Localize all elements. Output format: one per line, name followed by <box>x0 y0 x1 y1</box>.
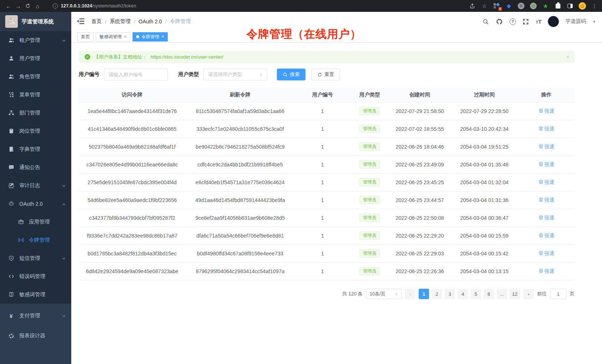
page-button-12[interactable]: 12 <box>510 289 520 299</box>
breadcrumb-system[interactable]: 系统管理 <box>110 18 131 25</box>
browser-forward-icon[interactable]: → <box>13 1 23 11</box>
font-size-icon[interactable]: TT <box>536 19 542 25</box>
active-dot-icon <box>136 35 139 38</box>
next-page-button[interactable]: › <box>523 289 534 299</box>
force-logout-button[interactable]: 强退 <box>539 232 554 239</box>
user-type-cell: 管理员 <box>350 178 389 187</box>
extensions-puzzle-icon[interactable] <box>554 2 562 10</box>
force-logout-button[interactable]: 强退 <box>539 126 554 132</box>
site-info-icon[interactable]: i <box>53 3 58 9</box>
share-icon[interactable] <box>468 2 476 10</box>
profile-avatar-icon[interactable]: ☺ <box>579 2 586 10</box>
address-bar[interactable]: i 127.0.0.1:1024/system/oauth2/token <box>53 3 468 9</box>
browser-home-icon[interactable]: ⌂ <box>33 1 42 11</box>
bookmark-star-icon[interactable]: ☆ <box>481 2 488 10</box>
page-button-3[interactable]: 3 <box>445 289 455 299</box>
sidebar-item-4[interactable]: 部门管理 <box>0 104 71 122</box>
github-icon[interactable] <box>496 18 503 25</box>
extension-with-badge-icon[interactable]: 9 <box>493 2 500 10</box>
role-users-icon <box>8 74 14 80</box>
close-icon[interactable]: × <box>124 34 127 39</box>
user-avatar[interactable] <box>548 16 559 27</box>
force-logout-button[interactable]: 强退 <box>539 268 554 275</box>
user-type-cell: 管理员 <box>350 142 389 151</box>
sidebar-item-9[interactable]: OAuth 2.0 <box>0 195 71 213</box>
alert-close-icon[interactable]: × <box>566 54 569 60</box>
page-size-select[interactable]: 10条/页 ∨ <box>366 289 402 299</box>
sidebar-item-14[interactable]: 敏感词管理 <box>0 285 71 304</box>
sidebar-collapse-icon[interactable] <box>77 19 85 24</box>
page-button-4[interactable]: 4 <box>458 289 468 299</box>
user-id-cell: 1 <box>295 144 350 150</box>
tab-sensitive-words[interactable]: 敏感词管理× <box>96 32 130 42</box>
force-logout-button[interactable]: 强退 <box>539 108 554 115</box>
user-type-badge: 管理员 <box>359 178 380 187</box>
access-token-cell: 502375b8040a469a9b82188afdf6af1f <box>79 144 186 150</box>
user-type-select[interactable]: 请选择用户类型 ∨ <box>203 69 267 80</box>
page-button-6[interactable]: 6 <box>484 289 494 299</box>
kebab-menu-icon[interactable]: ⋮ <box>591 2 598 10</box>
help-icon[interactable]: ? <box>510 19 516 25</box>
fullscreen-icon[interactable] <box>522 18 530 25</box>
goto-page-input[interactable] <box>550 289 566 299</box>
sidebar-item-1[interactable]: 用户管理 <box>0 49 71 67</box>
expires-at-cell: 2054-03-04 19:51:25 <box>451 144 518 150</box>
force-logout-button[interactable]: 强退 <box>539 179 554 186</box>
signal-icon <box>18 237 24 243</box>
page-button-5[interactable]: 5 <box>471 289 481 299</box>
browser-back-icon[interactable]: ← <box>4 1 13 11</box>
command-extension-icon[interactable]: ⌘ <box>517 2 525 10</box>
alert-doc-link[interactable]: https://doc.iocoder.cn/user-center/ <box>151 54 223 60</box>
star-extension-icon[interactable]: ★ <box>542 2 549 10</box>
user-id-cell: 1 <box>295 215 350 221</box>
table-row: b0d1785bc3a8482f812db4a3f3bd15ecb0df4980… <box>79 245 575 262</box>
sidebar-item-10[interactable]: 应用管理 <box>0 213 71 231</box>
user-id-cell: 1 <box>295 162 350 168</box>
sidebar-item-16[interactable]: 报表设计器 <box>0 326 71 346</box>
created-at-cell: 2022-06-25 22:26:36 <box>389 268 451 274</box>
column-header: 用户类型 <box>350 92 389 98</box>
user-menu-caret-icon[interactable]: ▼ <box>592 20 596 24</box>
browser-reload-icon[interactable] <box>23 1 33 11</box>
prev-page-button[interactable]: ‹ <box>405 289 415 299</box>
refresh-token-cell: 333ecfc71e02480cb11055c875c3ca0f <box>186 126 295 132</box>
sidebar-item-0[interactable]: 租户管理 <box>0 31 71 49</box>
sidebar-item-3[interactable]: 菜单管理 <box>0 86 71 104</box>
tab-token-management[interactable]: 令牌管理× <box>132 32 168 42</box>
close-icon[interactable]: × <box>161 34 164 39</box>
search-button[interactable]: 搜索 <box>277 69 305 80</box>
sidebar-item-8[interactable]: 审计日志 <box>0 176 71 195</box>
sidebar-item-12[interactable]: 短信管理 <box>0 249 71 267</box>
access-token-cell: 275e5de9151045fe87cbdc395e004f4d <box>79 179 186 185</box>
page-button-1[interactable]: 1 <box>419 289 429 299</box>
force-logout-button[interactable]: 强退 <box>539 161 554 168</box>
sidebar-item-7[interactable]: 通知公告 <box>0 158 71 176</box>
user-name[interactable]: 芋道源码 <box>565 18 586 25</box>
browser-chrome: ← → ⌂ i 127.0.0.1:1024/system/oauth2/tok… <box>0 0 602 12</box>
sidebar-item-11[interactable]: 令牌管理 <box>0 231 71 249</box>
split-view-icon[interactable] <box>566 2 574 10</box>
force-logout-button[interactable]: 强退 <box>539 215 554 221</box>
chevron-down-icon: ∨ <box>259 72 262 77</box>
gem-extension-icon[interactable]: ◆ <box>505 2 513 10</box>
reset-button[interactable]: 重置 <box>311 69 340 80</box>
sidebar-item-15[interactable]: ¥支付管理 <box>0 306 71 326</box>
breadcrumb-home[interactable]: 首页 <box>91 18 102 25</box>
tab-home[interactable]: 首页 <box>77 32 94 42</box>
force-logout-button[interactable]: 强退 <box>539 143 554 150</box>
dot-extension-icon[interactable] <box>530 2 537 10</box>
force-logout-button[interactable]: 强退 <box>539 250 554 257</box>
breadcrumb-oauth[interactable]: OAuth 2.0 <box>138 19 162 24</box>
app-logo-row[interactable]: 🐇 芋道管理系统 <box>0 12 71 31</box>
page-button-2[interactable]: 2 <box>432 289 442 299</box>
sidebar-item-13[interactable]: 错误码管理 <box>0 267 71 285</box>
page-ellipsis[interactable]: ... <box>497 289 507 299</box>
user-id-input[interactable] <box>104 69 168 80</box>
table-row: 54d6be82ee5a460a9aedc1f9bf22365649d1aa46… <box>79 191 575 209</box>
sidebar-item-6[interactable]: 字典管理 <box>0 140 71 158</box>
search-icon[interactable] <box>482 18 490 25</box>
force-logout-button[interactable]: 强退 <box>539 197 554 203</box>
sidebar-item-2[interactable]: 角色管理 <box>0 67 71 86</box>
created-at-cell: 2022-06-25 23:45:25 <box>389 179 451 185</box>
sidebar-item-5[interactable]: 岗位管理 <box>0 122 71 140</box>
